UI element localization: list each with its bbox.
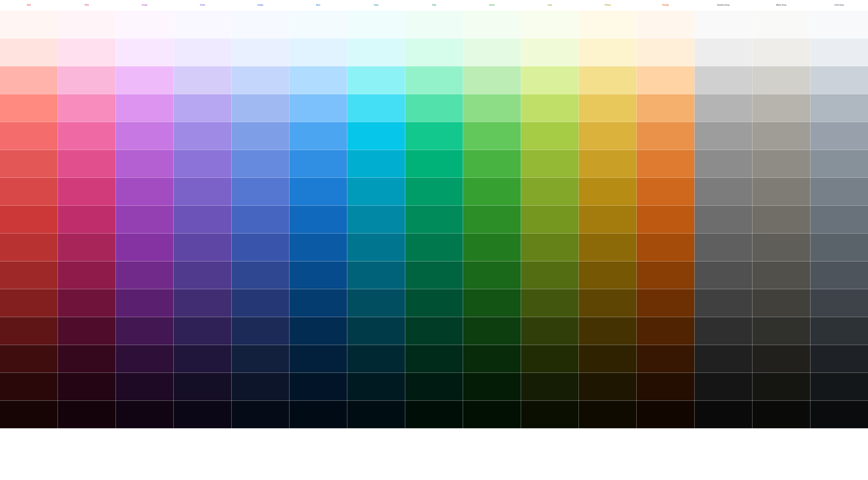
color-swatch[interactable]: [463, 317, 521, 345]
color-swatch[interactable]: [752, 261, 810, 289]
color-swatch[interactable]: [0, 122, 58, 150]
color-swatch[interactable]: [694, 94, 752, 122]
color-swatch[interactable]: [810, 401, 868, 428]
color-swatch[interactable]: [405, 233, 463, 261]
color-swatch[interactable]: [579, 150, 637, 178]
color-swatch[interactable]: [0, 178, 58, 205]
color-swatch[interactable]: [289, 122, 347, 150]
color-swatch[interactable]: [637, 401, 694, 428]
color-swatch[interactable]: [463, 66, 521, 94]
color-swatch[interactable]: [58, 94, 116, 122]
color-swatch[interactable]: [289, 10, 347, 38]
color-swatch[interactable]: [637, 261, 694, 289]
color-swatch[interactable]: [58, 317, 116, 345]
color-swatch[interactable]: [579, 66, 637, 94]
color-swatch[interactable]: [463, 122, 521, 150]
color-swatch[interactable]: [637, 38, 694, 66]
color-swatch[interactable]: [463, 178, 521, 205]
color-swatch[interactable]: [521, 38, 579, 66]
color-swatch[interactable]: [347, 261, 405, 289]
color-swatch[interactable]: [231, 10, 289, 38]
color-swatch[interactable]: [116, 317, 174, 345]
color-swatch[interactable]: [231, 122, 289, 150]
color-swatch[interactable]: [694, 178, 752, 205]
color-swatch[interactable]: [752, 178, 810, 205]
color-swatch[interactable]: [174, 10, 231, 38]
color-swatch[interactable]: [463, 38, 521, 66]
color-swatch[interactable]: [116, 122, 174, 150]
color-swatch[interactable]: [0, 289, 58, 317]
color-swatch[interactable]: [810, 233, 868, 261]
color-swatch[interactable]: [694, 66, 752, 94]
color-swatch[interactable]: [579, 178, 637, 205]
color-swatch[interactable]: [579, 401, 637, 428]
color-swatch[interactable]: [231, 178, 289, 205]
color-swatch[interactable]: [405, 122, 463, 150]
color-swatch[interactable]: [174, 233, 231, 261]
color-swatch[interactable]: [694, 261, 752, 289]
color-swatch[interactable]: [810, 66, 868, 94]
color-swatch[interactable]: [637, 205, 694, 233]
color-swatch[interactable]: [347, 233, 405, 261]
color-swatch[interactable]: [521, 10, 579, 38]
color-swatch[interactable]: [174, 66, 231, 94]
color-swatch[interactable]: [174, 345, 231, 373]
color-swatch[interactable]: [0, 205, 58, 233]
color-swatch[interactable]: [752, 10, 810, 38]
color-swatch[interactable]: [231, 38, 289, 66]
color-swatch[interactable]: [637, 178, 694, 205]
color-swatch[interactable]: [231, 373, 289, 401]
color-swatch[interactable]: [289, 401, 347, 428]
color-swatch[interactable]: [0, 94, 58, 122]
color-swatch[interactable]: [752, 289, 810, 317]
color-swatch[interactable]: [637, 66, 694, 94]
color-swatch[interactable]: [116, 10, 174, 38]
color-swatch[interactable]: [521, 122, 579, 150]
color-swatch[interactable]: [289, 38, 347, 66]
color-swatch[interactable]: [521, 233, 579, 261]
color-swatch[interactable]: [463, 373, 521, 401]
color-swatch[interactable]: [174, 122, 231, 150]
color-swatch[interactable]: [579, 38, 637, 66]
color-swatch[interactable]: [347, 66, 405, 94]
color-swatch[interactable]: [521, 94, 579, 122]
color-swatch[interactable]: [752, 122, 810, 150]
color-swatch[interactable]: [347, 289, 405, 317]
color-swatch[interactable]: [58, 122, 116, 150]
color-swatch[interactable]: [810, 373, 868, 401]
color-swatch[interactable]: [116, 233, 174, 261]
color-swatch[interactable]: [405, 66, 463, 94]
color-swatch[interactable]: [694, 150, 752, 178]
color-swatch[interactable]: [289, 150, 347, 178]
color-swatch[interactable]: [579, 205, 637, 233]
color-swatch[interactable]: [174, 261, 231, 289]
color-swatch[interactable]: [405, 317, 463, 345]
color-swatch[interactable]: [116, 205, 174, 233]
color-swatch[interactable]: [347, 122, 405, 150]
color-swatch[interactable]: [116, 401, 174, 428]
color-swatch[interactable]: [637, 10, 694, 38]
color-swatch[interactable]: [289, 261, 347, 289]
color-swatch[interactable]: [0, 261, 58, 289]
color-swatch[interactable]: [58, 178, 116, 205]
color-swatch[interactable]: [579, 289, 637, 317]
color-swatch[interactable]: [347, 373, 405, 401]
color-swatch[interactable]: [0, 66, 58, 94]
color-swatch[interactable]: [694, 317, 752, 345]
color-swatch[interactable]: [521, 289, 579, 317]
color-swatch[interactable]: [579, 345, 637, 373]
color-swatch[interactable]: [810, 38, 868, 66]
color-swatch[interactable]: [810, 178, 868, 205]
color-swatch[interactable]: [463, 345, 521, 373]
color-swatch[interactable]: [116, 38, 174, 66]
color-swatch[interactable]: [116, 289, 174, 317]
color-swatch[interactable]: [694, 373, 752, 401]
color-swatch[interactable]: [231, 66, 289, 94]
color-swatch[interactable]: [463, 150, 521, 178]
color-swatch[interactable]: [174, 94, 231, 122]
color-swatch[interactable]: [810, 289, 868, 317]
color-swatch[interactable]: [810, 150, 868, 178]
color-swatch[interactable]: [694, 38, 752, 66]
color-swatch[interactable]: [810, 94, 868, 122]
color-swatch[interactable]: [231, 317, 289, 345]
